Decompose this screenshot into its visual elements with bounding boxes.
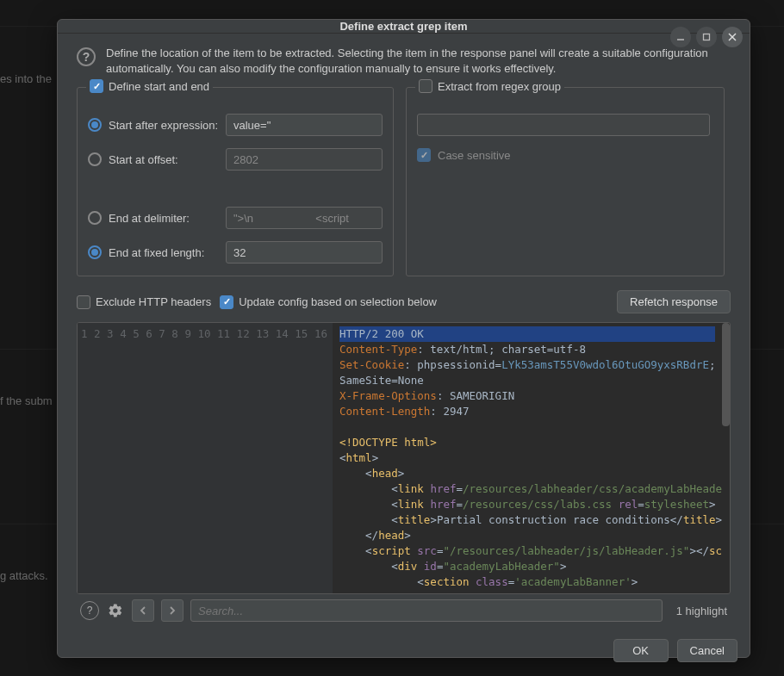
dialog-title: Define extract grep item — [339, 20, 467, 33]
radio-label: End at delimiter: — [109, 212, 219, 225]
search-input[interactable] — [190, 599, 663, 622]
response-code-viewer[interactable]: 1 2 3 4 5 6 7 8 9 10 11 12 13 14 15 16 H… — [77, 322, 731, 594]
checkbox-update-config-on-selection[interactable] — [220, 295, 233, 309]
radio-label: Start after expression: — [109, 119, 219, 132]
checkbox-label: Update config based on selection below — [239, 295, 437, 308]
code-body[interactable]: HTTP/2 200 OK Content-Type: text/html; c… — [333, 323, 722, 593]
next-match-button[interactable] — [161, 599, 184, 622]
window-minimize-button[interactable] — [670, 27, 691, 47]
gear-icon[interactable] — [106, 601, 125, 620]
input-regex-pattern — [417, 114, 710, 136]
window-close-button[interactable] — [722, 27, 743, 47]
code-gutter: 1 2 3 4 5 6 7 8 9 10 11 12 13 14 15 16 — [78, 323, 333, 593]
checkbox-label: Case sensitive — [438, 149, 511, 162]
checkbox-define-start-end[interactable] — [90, 79, 103, 93]
input-start-after-expression[interactable] — [226, 114, 383, 136]
radio-label: Start at offset: — [109, 153, 219, 166]
radio-end-at-fixed-length[interactable] — [88, 245, 102, 259]
refetch-response-button[interactable]: Refetch response — [617, 290, 731, 313]
panel-legend-label: Extract from regex group — [438, 80, 561, 93]
scrollbar-thumb[interactable] — [722, 323, 730, 426]
dialog-description: Define the location of the item to be ex… — [106, 46, 731, 77]
radio-start-after-expression[interactable] — [88, 118, 102, 132]
input-end-at-delimiter — [226, 207, 383, 229]
help-icon[interactable]: ? — [77, 47, 96, 66]
chevron-left-icon — [138, 605, 148, 616]
minimize-icon — [675, 32, 686, 42]
close-icon — [727, 32, 737, 42]
radio-end-at-delimiter[interactable] — [88, 211, 102, 225]
checkbox-extract-from-regex[interactable] — [419, 79, 432, 93]
window-maximize-button[interactable] — [696, 27, 717, 47]
input-start-at-offset — [226, 148, 383, 171]
help-icon[interactable]: ? — [80, 601, 99, 620]
ok-button[interactable]: OK — [613, 639, 669, 662]
radio-start-at-offset[interactable] — [88, 152, 102, 166]
maximize-icon — [701, 32, 712, 42]
dialog-titlebar: Define extract grep item — [58, 20, 750, 34]
dialog-define-extract-grep: Define extract grep item ? Define the lo… — [57, 19, 750, 658]
checkbox-label: Exclude HTTP headers — [96, 295, 211, 308]
svg-rect-1 — [704, 34, 710, 40]
cancel-button[interactable]: Cancel — [677, 639, 737, 662]
panel-extract-from-regex: Extract from regex group Case sensitive — [406, 87, 725, 276]
panel-define-start-end: Define start and end Start after express… — [77, 87, 394, 276]
radio-label: End at fixed length: — [109, 246, 219, 259]
panel-legend-label: Define start and end — [109, 80, 209, 93]
checkbox-case-sensitive — [417, 148, 431, 162]
chevron-right-icon — [167, 605, 177, 616]
prev-match-button[interactable] — [132, 599, 154, 622]
input-end-at-fixed-length[interactable] — [226, 241, 383, 264]
checkbox-exclude-http-headers[interactable] — [77, 295, 90, 309]
highlight-count: 1 highlight — [676, 605, 727, 617]
code-scrollbar[interactable] — [722, 323, 730, 593]
